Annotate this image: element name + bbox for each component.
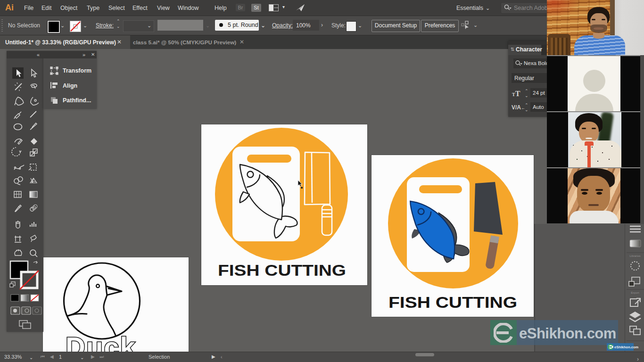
svg-text:Duck: Duck (66, 331, 136, 352)
svg-text:FISH CUTTING: FISH CUTTING (218, 262, 346, 279)
svg-text:FISH CUTTING: FISH CUTTING (388, 293, 517, 311)
svg-text:Libraries: Libraries (629, 255, 640, 257)
svg-text:Export: Export (631, 291, 639, 294)
